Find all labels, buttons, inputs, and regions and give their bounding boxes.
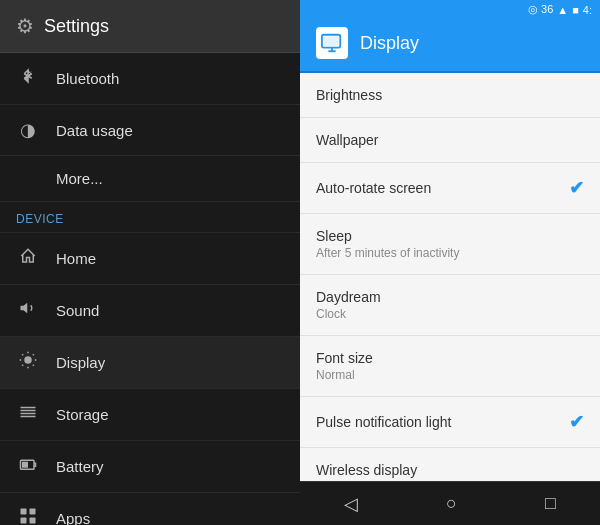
setting-pulselight[interactable]: Pulse notification light ✔ <box>300 397 600 448</box>
pulselight-checkmark: ✔ <box>569 411 584 433</box>
sidebar-item-sound[interactable]: Sound <box>0 285 300 337</box>
section-device: DEVICE <box>0 202 300 233</box>
setting-daydream[interactable]: Daydream Clock <box>300 275 600 336</box>
home-label: Home <box>56 250 96 267</box>
bottom-nav-bar: ◁ ○ □ <box>300 481 600 525</box>
wirelessdisplay-label: Wireless display <box>316 462 417 478</box>
svg-rect-20 <box>21 518 27 524</box>
setting-wallpaper[interactable]: Wallpaper <box>300 118 600 163</box>
svg-rect-21 <box>30 518 36 524</box>
status-signal: ◎ 36 <box>528 3 553 16</box>
svg-point-3 <box>24 356 32 364</box>
sidebar-item-more[interactable]: More... <box>0 156 300 202</box>
svg-rect-18 <box>21 509 27 515</box>
fontsize-label: Font size <box>316 350 373 366</box>
sound-icon <box>16 299 40 322</box>
display-panel-icon <box>316 27 348 59</box>
datausage-label: Data usage <box>56 122 133 139</box>
datausage-icon: ◑ <box>16 119 40 141</box>
home-icon <box>16 247 40 270</box>
wallpaper-label: Wallpaper <box>316 132 379 148</box>
sidebar-item-bluetooth[interactable]: Bluetooth <box>0 53 300 105</box>
brightness-label: Brightness <box>316 87 382 103</box>
status-bar: ◎ 36 ▲ ■ 4: <box>300 0 600 19</box>
status-bars: ▲ <box>557 4 568 16</box>
autorotate-label: Auto-rotate screen <box>316 180 431 196</box>
setting-autorotate[interactable]: Auto-rotate screen ✔ <box>300 163 600 214</box>
svg-marker-2 <box>21 303 28 314</box>
fontsize-sublabel: Normal <box>316 368 373 382</box>
bluetooth-label: Bluetooth <box>56 70 119 87</box>
sleep-label: Sleep <box>316 228 459 244</box>
daydream-label: Daydream <box>316 289 381 305</box>
sidebar-item-battery[interactable]: Battery <box>0 441 300 493</box>
autorotate-checkmark: ✔ <box>569 177 584 199</box>
svg-line-7 <box>33 365 34 366</box>
svg-line-10 <box>22 365 23 366</box>
display-header: Display <box>300 19 600 73</box>
svg-rect-17 <box>22 462 28 468</box>
display-header-section: ◎ 36 ▲ ■ 4: Display <box>300 0 600 73</box>
pulselight-label: Pulse notification light <box>316 414 451 430</box>
more-label: More... <box>56 170 103 187</box>
battery-label: Battery <box>56 458 104 475</box>
status-battery: ■ <box>572 4 579 16</box>
battery-icon <box>16 455 40 478</box>
setting-fontsize[interactable]: Font size Normal <box>300 336 600 397</box>
storage-label: Storage <box>56 406 109 423</box>
gear-icon: ⚙ <box>16 14 34 38</box>
display-panel-title: Display <box>360 33 419 54</box>
daydream-sublabel: Clock <box>316 307 381 321</box>
status-time: 4: <box>583 4 592 16</box>
left-panel: ⚙ Settings Bluetooth ◑ Data usage More. <box>0 0 300 525</box>
back-button[interactable]: ◁ <box>328 485 374 523</box>
setting-sleep[interactable]: Sleep After 5 minutes of inactivity <box>300 214 600 275</box>
settings-header: ⚙ Settings <box>0 0 300 53</box>
svg-line-11 <box>33 354 34 355</box>
svg-rect-19 <box>30 509 36 515</box>
sidebar-item-datausage[interactable]: ◑ Data usage <box>0 105 300 156</box>
sidebar-item-home[interactable]: Home <box>0 233 300 285</box>
sidebar-item-apps[interactable]: Apps <box>0 493 300 525</box>
display-label: Display <box>56 354 105 371</box>
recents-button[interactable]: □ <box>529 485 572 522</box>
right-panel: ◎ 36 ▲ ■ 4: Display Brightness <box>300 0 600 525</box>
apps-icon <box>16 507 40 525</box>
display-settings-list: Brightness Wallpaper Auto-rotate screen … <box>300 73 600 481</box>
sidebar-item-display[interactable]: Display <box>0 337 300 389</box>
sleep-sublabel: After 5 minutes of inactivity <box>316 246 459 260</box>
sound-label: Sound <box>56 302 99 319</box>
setting-brightness[interactable]: Brightness <box>300 73 600 118</box>
home-button[interactable]: ○ <box>430 485 473 522</box>
left-menu: Bluetooth ◑ Data usage More... DEVICE Ho… <box>0 53 300 525</box>
storage-icon <box>16 403 40 426</box>
apps-label: Apps <box>56 510 90 525</box>
setting-wirelessdisplay[interactable]: Wireless display Disabled <box>300 448 600 481</box>
sidebar-item-storage[interactable]: Storage <box>0 389 300 441</box>
display-icon <box>16 351 40 374</box>
bluetooth-icon <box>16 67 40 90</box>
svg-line-6 <box>22 354 23 355</box>
svg-rect-26 <box>324 37 339 46</box>
settings-title: Settings <box>44 16 109 37</box>
